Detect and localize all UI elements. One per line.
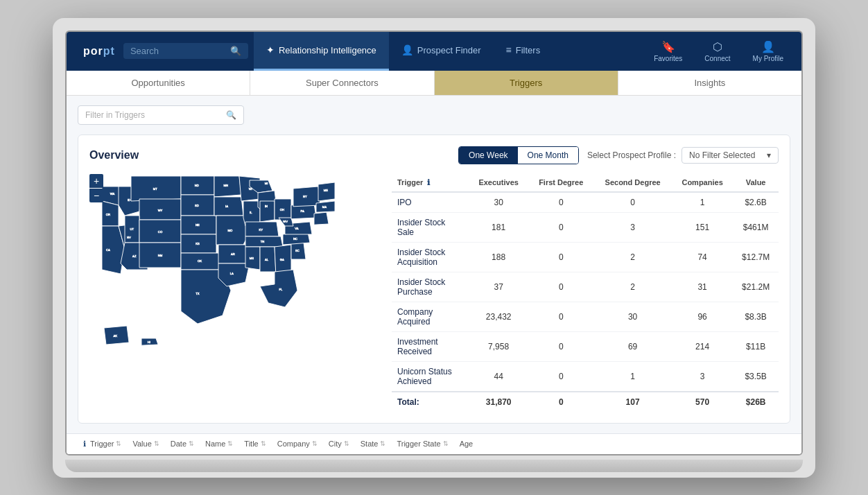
profile-icon: 👤 [761, 40, 775, 53]
label-co: CO [158, 230, 163, 234]
table-row: Insider Stock Purchase370231$21.2M [392, 272, 779, 302]
td-second-2: 2 [593, 242, 672, 272]
bottom-col-name: Name ⇅ [200, 440, 238, 448]
label-ma: MA [322, 205, 327, 209]
tab-opportunities[interactable]: Opportunities [67, 71, 250, 95]
map-container: + − [89, 174, 381, 412]
laptop-frame: porpt 🔍 ✦ Relationship Intelligence 👤 Pr… [53, 18, 815, 478]
info-icon-bottom: ℹ [83, 440, 86, 449]
table-header-row: Trigger ℹ Executives First Degree [392, 174, 779, 192]
label-ca: CA [106, 248, 110, 252]
state-nj-de-md [314, 212, 329, 225]
td-trigger-1: Insider Stock Sale [392, 212, 469, 242]
overview-header: Overview One Week One Month Select Prosp… [89, 146, 779, 164]
td-value-2: $12.7M [733, 242, 779, 272]
nav-profile-label: My Profile [753, 55, 783, 62]
label-ak: AK [113, 334, 117, 338]
table-row: Company Acquired23,43203096$8.3B [392, 302, 779, 331]
td-second-4: 30 [593, 302, 672, 331]
td-trigger-2: Insider Stock Acquisition [392, 242, 469, 272]
sort-icon-date[interactable]: ⇅ [189, 440, 194, 447]
label-ks: KS [196, 242, 200, 245]
th-value: Value [733, 174, 779, 192]
label-mt: MT [153, 186, 157, 190]
label-hi: HI [148, 340, 150, 343]
label-fl: FL [279, 288, 284, 291]
label-nd: ND [195, 184, 199, 187]
prospect-profile-select[interactable]: No Filter Selected ▾ [682, 147, 779, 164]
td-exec-3: 37 [469, 272, 528, 302]
th-companies: Companies [672, 174, 733, 192]
td-companies-6: 3 [672, 361, 733, 392]
search-icon: 🔍 [230, 46, 241, 56]
time-btn-one-month[interactable]: One Month [518, 147, 578, 164]
filter-triggers-input[interactable] [85, 110, 222, 120]
map-zoom-out-button[interactable]: − [89, 189, 103, 202]
filter-search-icon: 🔍 [226, 110, 236, 120]
td-companies-3: 31 [672, 272, 733, 302]
sort-icon-title[interactable]: ⇅ [261, 440, 266, 447]
logo: porpt [75, 45, 123, 58]
nav-favorites[interactable]: 🔖 Favorites [644, 37, 692, 65]
nav-tab-filters[interactable]: ≡ Filters [494, 32, 553, 71]
nav-tab-rel-intel-label: Relationship Intelligence [279, 45, 376, 55]
nav-profile[interactable]: 👤 My Profile [743, 37, 793, 65]
map-table-container: + − [89, 174, 779, 412]
sort-icon-state[interactable]: ⇅ [380, 440, 385, 447]
td-companies-5: 214 [672, 331, 733, 361]
sort-icon-name[interactable]: ⇅ [227, 440, 233, 447]
chevron-down-icon: ▾ [767, 150, 771, 160]
bottom-col-title: Title ⇅ [238, 440, 271, 448]
main-content: 🔍 Overview One Week One Month Select Pro… [67, 96, 801, 433]
filter-icon: ≡ [506, 44, 512, 55]
nav-tab-relationship-intelligence[interactable]: ✦ Relationship Intelligence [254, 32, 389, 71]
label-ut: UT [130, 227, 134, 231]
search-input[interactable] [130, 46, 226, 56]
table-row: Unicorn Status Achieved44013$3.5B [392, 361, 779, 392]
screen: porpt 🔍 ✦ Relationship Intelligence 👤 Pr… [65, 31, 803, 455]
label-ar: AR [231, 252, 235, 256]
label-in: IN [265, 205, 268, 208]
sort-icon-city[interactable]: ⇅ [344, 440, 349, 447]
label-ms: MS [250, 257, 254, 260]
map-zoom-in-button[interactable]: + [89, 174, 103, 188]
td-trigger-4: Company Acquired [392, 302, 469, 331]
nav-favorites-label: Favorites [654, 55, 682, 62]
bottom-col-label-title: Title [244, 440, 258, 448]
td-trigger-5: Investment Received [392, 331, 469, 361]
data-table: Trigger ℹ Executives First Degree [392, 174, 779, 412]
nav-connect[interactable]: ⬡ Connect [695, 37, 740, 65]
label-nm: NM [158, 253, 163, 257]
snowflake-icon: ✦ [266, 44, 275, 55]
us-map: WA OR CA NV ID MT WY UT AZ CO NM [89, 174, 381, 353]
table-row: Investment Received7,958069214$11B [392, 331, 779, 361]
label-la: LA [230, 272, 234, 275]
td-exec-2: 188 [469, 242, 528, 272]
bottom-col-label-trigger: Trigger [90, 440, 114, 448]
td-exec-7: 31,870 [469, 392, 528, 412]
tab-triggers[interactable]: Triggers [435, 71, 618, 95]
tab-insights[interactable]: Insights [618, 71, 801, 95]
nav-tab-filters-label: Filters [516, 45, 540, 55]
td-trigger-7: Total: [392, 392, 469, 412]
search-bar[interactable]: 🔍 [123, 43, 248, 59]
filter-input-container[interactable]: 🔍 [78, 105, 244, 125]
label-mn: MN [224, 184, 229, 187]
bottom-col-label-trigger-state: Trigger State [397, 440, 440, 448]
td-companies-7: 570 [672, 392, 733, 412]
sort-icon-value[interactable]: ⇅ [154, 440, 159, 447]
td-companies-0: 1 [672, 192, 733, 213]
sort-icon-trigger-state[interactable]: ⇅ [443, 440, 449, 447]
td-trigger-3: Insider Stock Purchase [392, 272, 469, 302]
nav-tab-prospect-finder[interactable]: 👤 Prospect Finder [389, 32, 494, 71]
sort-icon-company[interactable]: ⇅ [312, 440, 318, 447]
sort-icon-trigger[interactable]: ⇅ [116, 440, 121, 447]
label-tn: TN [261, 240, 265, 243]
map-controls: + − [89, 174, 103, 202]
td-exec-5: 7,958 [469, 331, 528, 361]
tab-super-connectors[interactable]: Super Connectors [250, 71, 434, 95]
bottom-col-label-value: Value [132, 440, 151, 448]
td-first-0: 0 [528, 192, 593, 213]
time-btn-one-week[interactable]: One Week [459, 147, 517, 164]
triggers-table: Trigger ℹ Executives First Degree [392, 174, 779, 412]
